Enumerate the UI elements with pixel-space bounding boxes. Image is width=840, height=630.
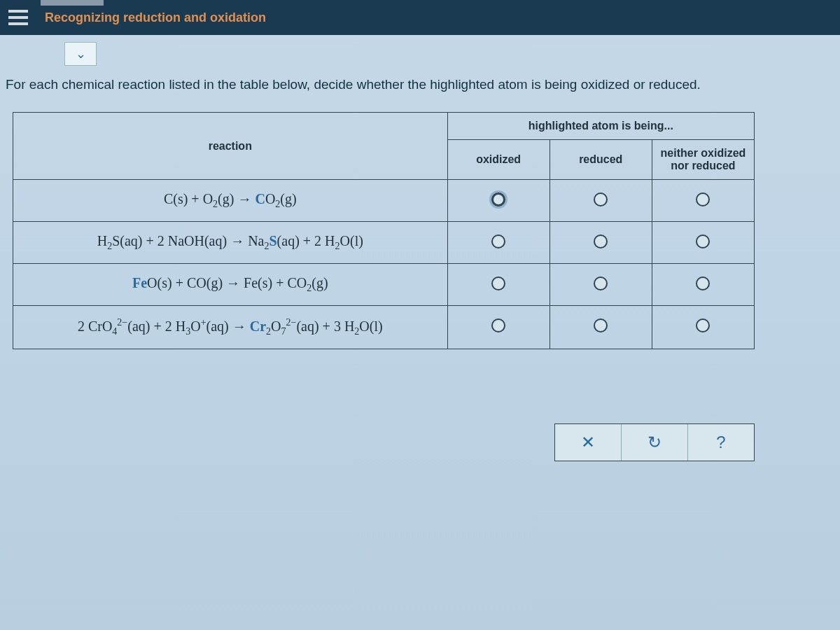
header-reaction: reaction (13, 113, 448, 180)
close-icon: ✕ (581, 433, 595, 452)
reaction-cell: H2S(aq) + 2 NaOH(aq) → Na2S(aq) + 2 H2O(… (13, 222, 448, 264)
radio-cell (652, 264, 754, 306)
header-oxidized: oxidized (447, 140, 550, 180)
reaction-cell: C(s) + O2(g) → CO2(g) (13, 180, 448, 222)
radio-button[interactable] (696, 276, 710, 290)
radio-button[interactable] (594, 192, 608, 206)
page-title: Recognizing reduction and oxidation (45, 10, 266, 25)
hamburger-icon[interactable] (8, 10, 28, 25)
radio-cell (652, 222, 754, 264)
collapse-toggle[interactable]: ⌄ (64, 42, 97, 66)
header-neither: neither oxidized nor reduced (652, 140, 754, 180)
header-super: highlighted atom is being... (447, 113, 754, 140)
radio-cell (652, 306, 754, 349)
radio-cell (550, 264, 652, 306)
chevron-down-icon: ⌄ (76, 46, 86, 62)
reaction-table: reaction highlighted atom is being... ox… (13, 112, 755, 349)
table-row: 2 CrO42−(aq) + 2 H3O+(aq) → Cr2O72−(aq) … (13, 306, 755, 349)
reaction-cell: 2 CrO42−(aq) + 2 H3O+(aq) → Cr2O72−(aq) … (13, 306, 448, 349)
radio-cell (447, 180, 550, 222)
radio-cell (550, 222, 652, 264)
radio-cell (550, 180, 652, 222)
reset-button[interactable]: ↻ (622, 424, 688, 461)
radio-button[interactable] (594, 318, 608, 332)
header-reduced: reduced (550, 140, 652, 180)
radio-button[interactable] (594, 234, 608, 248)
reset-icon: ↻ (648, 433, 662, 452)
table-row: FeO(s) + CO(g) → Fe(s) + CO2(g) (13, 264, 755, 306)
radio-button[interactable] (491, 276, 505, 290)
help-icon: ? (716, 433, 725, 452)
progress-indicator (41, 0, 104, 6)
radio-button[interactable] (696, 318, 710, 332)
radio-button[interactable] (491, 192, 505, 206)
topbar: Recognizing reduction and oxidation (0, 0, 840, 35)
radio-cell (447, 264, 550, 306)
radio-cell (652, 180, 754, 222)
radio-button[interactable] (696, 234, 710, 248)
radio-button[interactable] (491, 318, 505, 332)
table-row: C(s) + O2(g) → CO2(g) (13, 180, 755, 222)
radio-button[interactable] (594, 276, 608, 290)
clear-button[interactable]: ✕ (555, 424, 622, 461)
answer-controls: ✕ ↻ ? (554, 424, 755, 461)
radio-cell (447, 222, 550, 264)
question-prompt: For each chemical reaction listed in the… (6, 77, 834, 92)
radio-cell (447, 306, 550, 349)
reaction-cell: FeO(s) + CO(g) → Fe(s) + CO2(g) (13, 264, 448, 306)
help-button[interactable]: ? (688, 424, 754, 461)
radio-cell (550, 306, 652, 349)
table-row: H2S(aq) + 2 NaOH(aq) → Na2S(aq) + 2 H2O(… (13, 222, 755, 264)
radio-button[interactable] (491, 234, 505, 248)
radio-button[interactable] (696, 192, 710, 206)
